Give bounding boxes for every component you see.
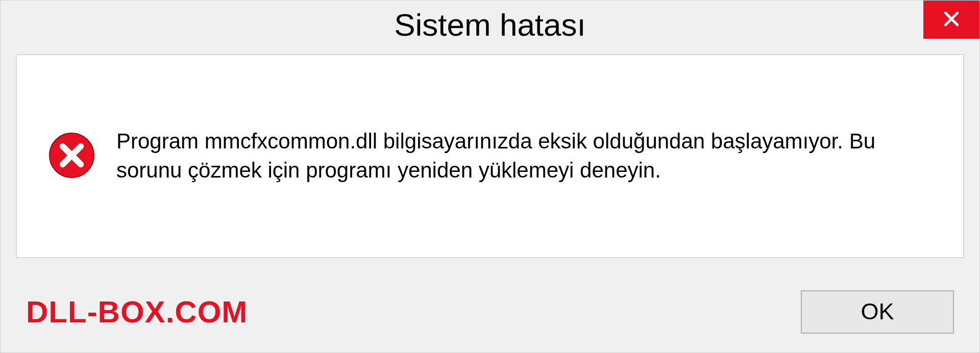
ok-button[interactable]: OK [801, 290, 954, 334]
close-button[interactable] [923, 1, 979, 39]
dialog-footer: DLL-BOX.COM OK [1, 289, 979, 335]
watermark-text: DLL-BOX.COM [26, 294, 248, 330]
error-message: Program mmcfxcommon.dll bilgisayarınızda… [116, 127, 933, 185]
error-icon [47, 131, 96, 182]
content-panel: Program mmcfxcommon.dll bilgisayarınızda… [16, 54, 964, 258]
error-dialog: Sistem hatası Program mmcfxcommon.dll bi… [0, 0, 980, 353]
titlebar: Sistem hatası [1, 1, 979, 49]
dialog-title: Sistem hatası [394, 7, 586, 43]
close-icon [941, 9, 962, 31]
